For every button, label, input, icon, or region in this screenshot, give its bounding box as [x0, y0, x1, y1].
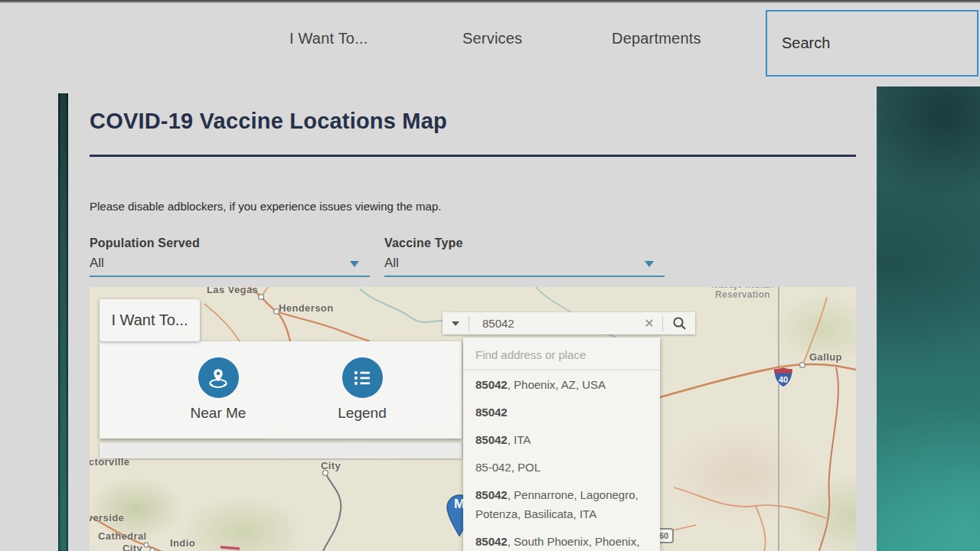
top-navigation: I Want To... Services Departments Search [0, 0, 980, 77]
search-icon[interactable] [663, 316, 695, 331]
title-divider [90, 155, 856, 157]
near-me-button[interactable]: Near Me [172, 357, 264, 422]
map-label-las-vegas: Las Vegas [207, 287, 258, 295]
suggestion-item[interactable]: 85-042, POL [463, 453, 660, 481]
near-me-icon[interactable] [198, 357, 239, 398]
chevron-down-icon[interactable] [645, 261, 654, 267]
population-served-filter: Population Served All [90, 236, 370, 277]
nav-item-departments[interactable]: Departments [612, 0, 701, 77]
near-me-label: Near Me [172, 405, 264, 422]
search-suggestions-panel: Find address or place 85042, Phoenix, AZ… [463, 337, 660, 551]
map-search-widget: ✕ [443, 312, 695, 334]
chevron-down-icon [452, 321, 459, 326]
nav-search-button[interactable]: Search [766, 10, 978, 77]
chevron-down-icon[interactable] [350, 261, 359, 267]
svg-text:40: 40 [779, 375, 788, 384]
map-i-want-to-button[interactable]: I Want To... [100, 299, 200, 341]
suggestion-rest: , ITA [508, 433, 531, 446]
suggestion-match: 85042 [475, 406, 508, 419]
left-teal-banner-edge [58, 93, 68, 551]
suggestion-item[interactable]: 85042, Phoenix, AZ, USA [463, 370, 660, 398]
map-label-cathedral-city-line2: City [122, 543, 142, 551]
suggestion-match: 85042 [475, 488, 508, 501]
map-label-indio: Indio [170, 537, 195, 549]
map-label-river-city: City [321, 460, 341, 471]
suggestion-rest: , South Phoenix, Phoenix, [508, 535, 640, 548]
vaccine-type-label: Vaccine Type [384, 236, 665, 250]
window-top-edge [0, 0, 980, 3]
suggestion-match: 85042 [475, 433, 508, 446]
population-served-label: Population Served [90, 236, 370, 250]
legend-label: Legend [316, 405, 408, 422]
map-label-cathedral-city-line1: Cathedral [98, 530, 147, 542]
legend-icon[interactable] [342, 357, 383, 398]
suggestion-match: 85042 [475, 535, 508, 548]
nav-item-services[interactable]: Services [462, 0, 522, 77]
vaccine-type-filter: Vaccine Type All [384, 236, 665, 277]
suggestion-item[interactable]: 85042, South Phoenix, Phoenix, [463, 527, 660, 551]
map-canvas[interactable]: 40 Las Vegas Henderson Navajo Indian Res… [90, 287, 856, 551]
map-search-input[interactable] [469, 317, 636, 330]
suggestion-item[interactable]: 85042 [463, 398, 660, 425]
suggestion-match: 85042 [475, 378, 508, 391]
suggestion-rest: 85-042, POL [475, 461, 541, 474]
map-label-henderson: Henderson [279, 302, 334, 314]
map-label-riverside: Riverside [90, 512, 124, 523]
nav-item-i-want-to[interactable]: I Want To... [289, 0, 368, 77]
population-served-select[interactable]: All [90, 256, 370, 277]
i-want-to-panel: Near Me Legend [100, 341, 462, 439]
vaccine-type-value: All [384, 256, 399, 270]
clear-search-icon[interactable]: ✕ [636, 316, 662, 331]
tool-panel-lower-strip [100, 442, 462, 458]
adblocker-note: Please disable adblockers, if you experi… [90, 200, 441, 213]
suggestion-item[interactable]: 85042, Pennarrone, Lagonegro, Potenza, B… [463, 481, 660, 527]
suggestion-item[interactable]: 85042, ITA [463, 425, 660, 453]
search-suggestions-header: Find address or place [463, 337, 660, 370]
legend-button[interactable]: Legend [316, 357, 408, 422]
vaccine-type-select[interactable]: All [384, 256, 665, 277]
population-served-value: All [90, 256, 104, 270]
map-label-reservation-line2: Reservation [697, 289, 789, 300]
right-teal-banner [877, 86, 980, 551]
page-title: COVID-19 Vaccine Locations Map [90, 109, 447, 134]
interstate-40-shield: 40 [774, 367, 792, 387]
suggestion-rest: , Phoenix, AZ, USA [508, 378, 606, 391]
map-label-gallup: Gallup [809, 351, 842, 363]
search-source-dropdown[interactable] [443, 321, 469, 326]
